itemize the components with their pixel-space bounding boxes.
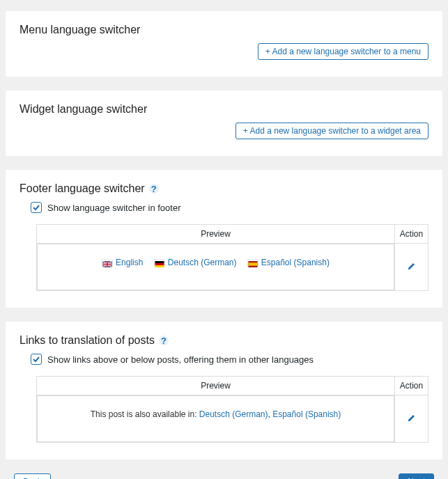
translation-checkbox-row: Show links above or below posts, offerin… [31,354,428,365]
translation-links-panel: Links to translation of posts ? Show lin… [6,322,442,460]
svg-rect-1 [155,261,164,263]
translation-links-title-text: Links to translation of posts [20,334,155,347]
table-row: This post is also available in: Deutsch … [37,395,428,443]
back-button[interactable]: Back [14,473,51,479]
edit-icon[interactable] [407,262,417,273]
widget-switcher-title: Widget language switcher [20,103,428,116]
action-header: Action [395,377,428,395]
preview-header: Preview [37,225,395,244]
translation-checkbox-label: Show links above or below posts, offerin… [47,354,314,365]
action-cell [395,395,428,443]
footer-navigation: Back Next [6,473,442,479]
spain-flag-icon [247,259,258,267]
germany-flag-icon [154,259,165,267]
uk-flag-icon [102,259,113,267]
footer-language-switcher-panel: Footer language switcher ? Show language… [6,170,442,308]
footer-switcher-title: Footer language switcher ? [20,182,428,195]
footer-switcher-title-text: Footer language switcher [20,182,145,195]
checkmark-icon [32,355,40,363]
lang-link-english[interactable]: English [102,258,146,267]
menu-switcher-title: Menu language switcher [20,24,428,36]
menu-language-switcher-panel: Menu language switcher + Add a new langu… [6,11,442,77]
translation-link-spanish[interactable]: Español (Spanish) [272,409,341,419]
preview-cell: This post is also available in: Deutsch … [37,395,395,443]
checkmark-icon [32,203,40,212]
footer-preview-content: English Deutsch (German) Español (Spanis… [37,244,394,290]
footer-checkbox-row: Show language switcher in footer [31,202,428,213]
table-header-row: Preview Action [37,377,428,395]
help-icon[interactable]: ? [149,184,159,194]
translation-preview-content: This post is also available in: Deutsch … [37,395,394,442]
translation-preview-table: Preview Action This post is also availab… [36,376,428,443]
translation-show-checkbox[interactable] [31,354,42,365]
footer-checkbox-label: Show language switcher in footer [47,203,181,213]
next-button[interactable]: Next [399,473,434,479]
table-row: English Deutsch (German) Español (Spanis… [37,244,428,291]
lang-label-de: Deutsch (German) [168,258,237,267]
action-header: Action [395,225,428,244]
svg-rect-3 [155,265,164,267]
edit-icon[interactable] [407,414,417,425]
lang-link-spanish[interactable]: Español (Spanish) [247,258,330,267]
footer-show-checkbox[interactable] [31,202,42,213]
help-icon[interactable]: ? [159,336,169,345]
lang-link-german[interactable]: Deutsch (German) [154,258,239,267]
translation-links-title: Links to translation of posts ? [20,334,428,347]
preview-cell: English Deutsch (German) Español (Spanis… [37,244,395,291]
table-header-row: Preview Action [37,225,428,244]
svg-rect-2 [155,263,164,265]
translation-intro-text: This post is also available in: [91,409,199,419]
translation-link-german[interactable]: Deutsch (German) [199,409,268,419]
lang-label-en: English [116,258,143,267]
footer-preview-table: Preview Action English Deutsch (German) [36,224,428,291]
action-cell [395,244,428,291]
widget-language-switcher-panel: Widget language switcher + Add a new lan… [6,91,442,156]
lang-label-es: Español (Spanish) [261,258,330,267]
add-menu-switcher-button[interactable]: + Add a new language switcher to a menu [258,43,428,60]
preview-header: Preview [37,377,395,395]
svg-rect-5 [248,263,257,267]
add-widget-switcher-button[interactable]: + Add a new language switcher to a widge… [235,123,428,139]
